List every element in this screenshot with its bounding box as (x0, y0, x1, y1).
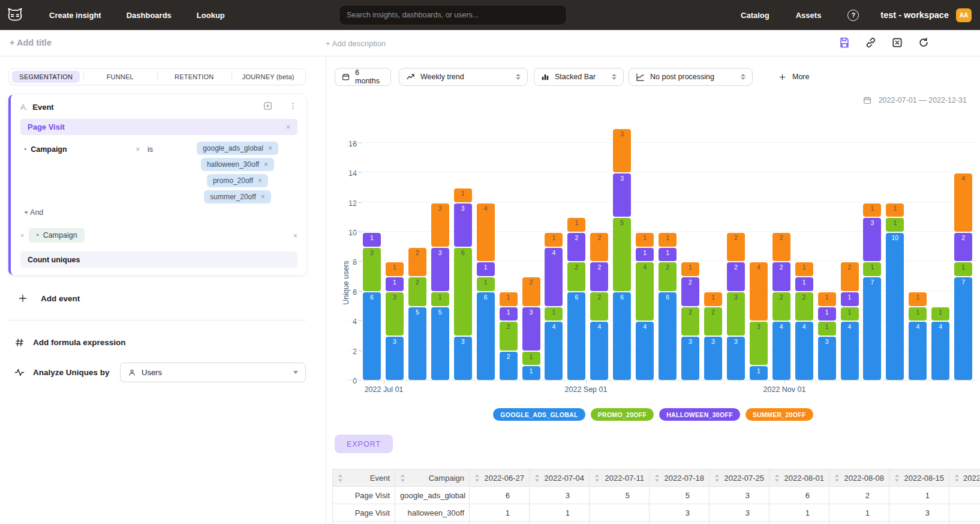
column-header[interactable]: 2022-08-08 (829, 469, 889, 487)
segment-halloween_30off[interactable]: 3 (522, 307, 540, 351)
duplicate-series-icon[interactable] (263, 101, 273, 111)
segment-google_ads_global[interactable]: 4 (590, 322, 608, 380)
sort-icon[interactable] (834, 474, 840, 482)
bar-2022-08-22[interactable]: 1414 (545, 232, 563, 380)
segment-promo_20off[interactable]: 2 (681, 307, 699, 336)
column-header[interactable]: 2022-07-18 (650, 469, 710, 487)
add-formula-button[interactable]: Add formula expression (14, 337, 126, 348)
bar-2022-06-27[interactable]: 136 (363, 232, 381, 380)
segment-google_ads_global[interactable]: 5 (431, 307, 449, 381)
segment-halloween_30off[interactable]: 1 (477, 262, 495, 276)
remove-filter-icon[interactable]: × (136, 145, 140, 153)
segment-halloween_30off[interactable]: 3 (431, 248, 449, 291)
tab-retention[interactable]: RETENTION (157, 69, 232, 85)
segment-halloween_30off[interactable]: 1 (500, 307, 518, 321)
refresh-icon[interactable] (918, 37, 930, 49)
bar-2022-10-31[interactable]: 2224 (772, 232, 790, 380)
sort-icon[interactable] (534, 474, 540, 482)
segment-summer_20off[interactable]: 1 (454, 188, 472, 202)
sort-icon[interactable] (400, 474, 405, 482)
segment-halloween_30off[interactable]: 2 (681, 277, 699, 306)
segment-google_ads_global[interactable]: 6 (363, 292, 381, 380)
segment-summer_20off[interactable]: 1 (863, 203, 881, 217)
segment-google_ads_global[interactable]: 3 (704, 337, 722, 380)
add-and-filter-button[interactable]: + And (24, 208, 43, 217)
bar-2022-09-26[interactable]: 1126 (659, 232, 677, 380)
segment-google_ads_global[interactable]: 3 (727, 337, 745, 380)
tab-funnel[interactable]: FUNNEL (83, 69, 158, 85)
segment-summer_20off[interactable]: 4 (954, 173, 972, 232)
tab-label[interactable]: SEGMENTATION (12, 71, 80, 83)
segment-summer_20off[interactable]: 1 (909, 292, 927, 306)
filter-property[interactable]: •Campaign (24, 145, 67, 154)
bar-2022-07-18[interactable]: 3315 (431, 202, 449, 380)
segment-promo_20off[interactable]: 1 (863, 262, 881, 276)
legend-summer_20off[interactable]: SUMMER_20OFF (745, 408, 813, 421)
segment-promo_20off[interactable]: 2 (659, 262, 677, 291)
segment-halloween_30off[interactable]: 2 (954, 233, 972, 261)
tab-segmentation[interactable]: SEGMENTATION (9, 69, 83, 85)
segment-promo_20off[interactable]: 2 (795, 292, 813, 321)
export-button[interactable]: EXPORT (335, 435, 393, 453)
remove-breakdown-icon[interactable]: × (20, 232, 24, 239)
bar-2022-08-08[interactable]: 1122 (500, 291, 518, 380)
filter-operator[interactable]: is (148, 145, 153, 154)
breakdown-property[interactable]: •Campaign (29, 228, 84, 242)
nav-lookup[interactable]: Lookup (197, 11, 225, 20)
segment-summer_20off[interactable]: 1 (545, 233, 563, 247)
add-title-button[interactable]: + Add title (10, 38, 52, 47)
bar-2022-10-17[interactable]: 2233 (727, 232, 745, 380)
avatar[interactable]: AA (956, 8, 972, 22)
segment-promo_20off[interactable]: 2 (500, 322, 518, 350)
bar-2022-08-29[interactable]: 1226 (567, 217, 585, 380)
segment-halloween_30off[interactable]: 1 (659, 248, 677, 262)
segment-summer_20off[interactable]: 1 (500, 292, 518, 306)
segment-summer_20off[interactable]: 2 (408, 248, 426, 276)
segment-promo_20off[interactable]: 1 (477, 277, 495, 291)
segment-promo_20off[interactable]: 1 (545, 307, 563, 321)
legend-promo_20off[interactable]: PROMO_20OFF (591, 408, 654, 421)
segment-halloween_30off[interactable]: 2 (567, 233, 585, 261)
more-options-button[interactable]: More (772, 68, 815, 86)
segment-promo_20off[interactable]: 4 (636, 262, 654, 321)
save-icon[interactable] (838, 37, 850, 49)
segment-summer_20off[interactable]: 1 (681, 262, 699, 276)
segment-promo_20off[interactable]: 3 (363, 248, 381, 291)
nav-catalog[interactable]: Catalog (741, 11, 769, 20)
segment-google_ads_global[interactable]: 4 (795, 322, 813, 380)
bar-2022-07-04[interactable]: 1133 (386, 261, 404, 380)
segment-google_ads_global[interactable]: 6 (613, 292, 631, 380)
sort-icon[interactable] (894, 474, 900, 482)
bar-2022-11-07[interactable]: 1124 (795, 261, 813, 380)
segment-summer_20off[interactable]: 1 (636, 233, 654, 247)
filter-value-chip[interactable]: promo_20off× (207, 174, 268, 187)
series-menu-icon[interactable] (288, 101, 297, 110)
column-header[interactable]: Event (333, 469, 395, 487)
segment-promo_20off[interactable]: 1 (841, 307, 859, 321)
segment-halloween_30off[interactable]: 2 (590, 262, 608, 291)
tab-label[interactable]: FUNNEL (100, 71, 141, 83)
bar-2022-11-21[interactable]: 2114 (841, 261, 859, 380)
bar-2022-12-26[interactable]: 4217 (954, 172, 972, 380)
segment-promo_20off[interactable]: 2 (704, 307, 722, 336)
segment-google_ads_global[interactable]: 4 (841, 322, 859, 380)
segment-halloween_30off[interactable]: 1 (636, 248, 654, 262)
sort-icon[interactable] (774, 474, 780, 482)
workspace-name[interactable]: test - workspace (880, 10, 949, 20)
nav-create-insight[interactable]: Create insight (49, 11, 101, 20)
column-header[interactable]: 2022-08-15 (889, 469, 949, 487)
segment-halloween_30off[interactable]: 1 (841, 292, 859, 306)
segment-promo_20off[interactable]: 2 (408, 277, 426, 306)
segment-summer_20off[interactable]: 4 (477, 203, 495, 262)
column-header[interactable]: Campaign (395, 469, 470, 487)
column-header[interactable]: 2022-07-25 (710, 469, 769, 487)
remove-value-icon[interactable]: × (261, 193, 265, 201)
remove-value-icon[interactable]: × (264, 160, 268, 169)
segment-promo_20off[interactable]: 1 (431, 292, 449, 306)
segment-google_ads_global[interactable]: 1 (522, 366, 540, 380)
column-header[interactable]: 2022-06-27 (470, 469, 530, 487)
segment-promo_20off[interactable]: 1 (886, 218, 904, 232)
segment-halloween_30off[interactable]: 3 (863, 218, 881, 261)
trend-select[interactable]: Weekly trend (399, 68, 528, 86)
bar-2022-12-05[interactable]: 1110 (886, 202, 904, 380)
